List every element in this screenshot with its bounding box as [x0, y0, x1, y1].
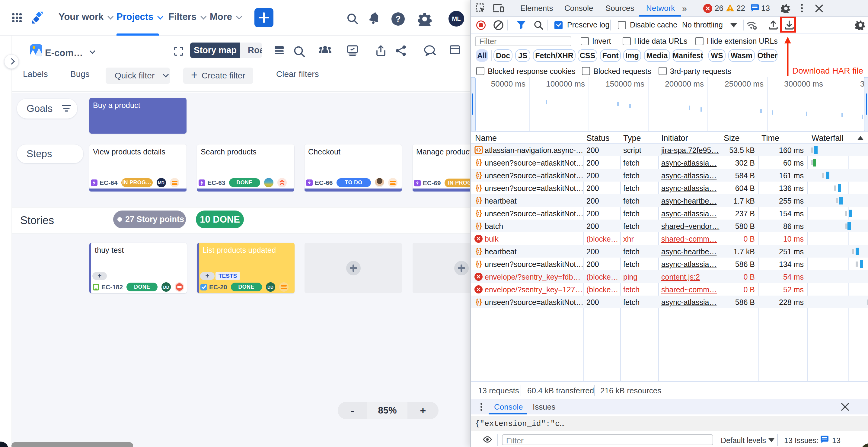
svg-text:{: { [476, 260, 478, 267]
svg-text:{: { [476, 209, 478, 217]
svg-text:}: } [479, 184, 482, 192]
svg-text:}: } [479, 158, 482, 166]
svg-text:{: { [476, 222, 478, 229]
svg-text:Download HAR file: Download HAR file [792, 66, 863, 75]
svg-text:{: { [476, 184, 478, 192]
svg-text:{: { [476, 196, 478, 204]
svg-text:}: } [479, 222, 482, 229]
svg-text:}: } [479, 260, 482, 267]
svg-text:{: { [476, 247, 478, 255]
svg-text:}: } [479, 171, 482, 179]
svg-text:{: { [476, 298, 478, 306]
svg-text:{: { [476, 158, 478, 166]
svg-text:{: { [476, 171, 478, 179]
svg-text:}: } [479, 196, 482, 204]
svg-text:?: ? [395, 14, 401, 24]
svg-text:}: } [479, 209, 482, 217]
svg-text:}: } [479, 247, 482, 255]
svg-text:}: } [479, 298, 482, 306]
